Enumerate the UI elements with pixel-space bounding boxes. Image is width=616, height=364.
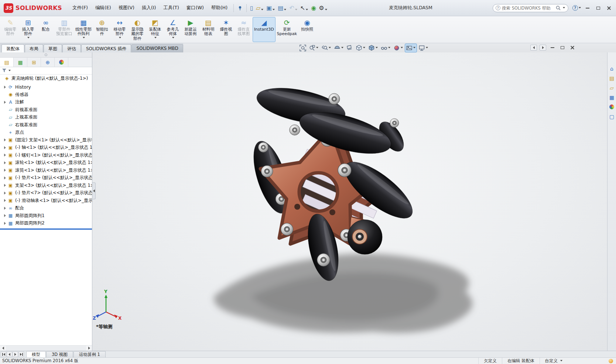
file-explorer-icon[interactable]: ▱ [608,84,616,91]
hide-show-items-button[interactable] [380,44,392,52]
propertymanager-tab[interactable]: ▦ [14,58,27,67]
search-scope-caret-icon[interactable] [563,7,565,8]
menu-item[interactable]: 视图(V) [115,3,138,13]
status-customize-menu[interactable]: 自定义 [540,358,568,364]
tree-item[interactable]: ▱ 前视基准面 [0,106,92,114]
apply-scene-button[interactable] [405,44,417,52]
search-input[interactable] [502,6,554,11]
command-tab[interactable]: SOLIDWORKS MBD [131,44,183,52]
close-button[interactable] [604,4,614,12]
document-tab[interactable]: 模型 [26,351,46,357]
tree-item[interactable]: ▣ 滚轮<1> (默认<<默认>_显示状态 1>) [0,159,92,167]
expand-arrow-icon[interactable] [4,184,6,187]
configurationmanager-tab[interactable]: ⊞ [27,58,41,67]
menu-item[interactable]: 工具(T) [160,3,182,13]
linear-component-pattern-button[interactable]: ▦ 线性零部 件阵列 [74,17,93,42]
expand-arrow-icon[interactable] [4,146,6,149]
dimxpertmanager-tab[interactable]: ⊕ [41,58,55,67]
panel-horizontal-scrollbar[interactable] [0,345,92,351]
menu-item[interactable]: 窗口(W) [183,3,208,13]
expand-arrow-icon[interactable] [4,207,6,210]
view-palette-icon[interactable]: ▦ [608,94,616,101]
maximize-button[interactable] [593,4,603,12]
insert-component-button[interactable]: ⊞ 插入零 部件 [19,17,37,42]
tree-item[interactable]: ▦ 局部圆周阵列1 [0,212,92,220]
doc-minimize-button[interactable] [549,45,556,51]
prev-tab-button[interactable] [7,351,12,357]
scroll-right-button[interactable] [86,346,92,351]
reference-geometry-button[interactable]: ∠ 参考几 何体 [164,17,182,42]
search-icon[interactable] [556,6,561,10]
panel-collapse-handle[interactable] [92,182,96,199]
minimize-button[interactable] [583,4,592,12]
displaymanager-tab[interactable]: ● [55,58,68,67]
tree-item[interactable]: A 注解 [0,99,92,106]
menu-item[interactable]: 编辑(E) [92,3,115,13]
view-settings-button[interactable] [417,44,430,52]
tree-item[interactable]: ▦ 局部圆周阵列2 [0,220,92,227]
menu-item[interactable]: 帮助(H) [208,3,231,13]
panel-splitter[interactable] [0,52,92,58]
view-orientation-button[interactable] [355,44,367,52]
scrollbar-track[interactable] [6,346,86,351]
command-tab[interactable]: SOLIDWORKS 插件 [81,44,131,52]
appearances-icon[interactable]: ● [608,103,616,110]
previous-pane-button[interactable] [530,45,537,51]
command-tab[interactable]: 评估 [62,44,81,52]
help-button[interactable]: ? [572,4,582,12]
tree-item[interactable]: ∞ 配合 [0,205,92,212]
update-speedpak-button[interactable]: ⟳ 更新 Speedpak [276,17,298,42]
bill-of-materials-button[interactable]: ▤ 材料明 细表 [199,17,217,42]
pin-toolbar-button[interactable] [236,5,244,11]
rebuild-button[interactable]: ◉ [310,4,317,12]
expand-arrow-icon[interactable] [4,192,6,195]
previous-view-button[interactable] [320,44,332,52]
document-tab[interactable]: 运动算例 1 [73,351,106,357]
tree-filter-bar[interactable] [0,67,92,75]
section-view-button[interactable] [333,44,345,52]
menu-item[interactable]: 文件(F) [69,3,92,13]
tree-item[interactable]: ▣ 支架<3> (默认<<默认>_显示状态 1>) [0,182,92,189]
expand-arrow-icon[interactable] [4,101,6,104]
tree-item[interactable]: ▣ (-) 垫片<1> (默认<<默认>_显示状态 1>) [0,174,92,182]
next-tab-button[interactable] [13,351,18,357]
tree-item[interactable]: ◉ 传感器 [0,91,92,99]
explode-line-sketch-button[interactable]: ≈ 爆炸直 线草图 [235,17,253,42]
take-snapshot-button[interactable]: ◉ 拍快照 [298,17,316,42]
edit-appearance-button[interactable] [392,44,404,52]
tree-item[interactable]: ▱ 上视基准面 [0,114,92,121]
expand-arrow-icon[interactable] [4,199,6,202]
tree-item[interactable]: ▣ 滚筒<1> (默认<<默认>_显示状态 1>) [0,166,92,174]
expand-arrow-icon[interactable] [4,169,6,172]
tree-item[interactable]: ▣ (-) 垫片<7> (默认<<默认>_显示状态 1>) [0,189,92,197]
move-component-button[interactable]: ↔ 移动零 部件 [111,17,129,42]
expand-arrow-icon[interactable] [4,222,6,225]
command-tab[interactable]: 草图 [44,44,62,52]
tree-item[interactable]: ▣ (-) 轴<1> (默认<<默认>_显示状态 1>) [0,144,92,152]
design-library-icon[interactable]: ▤ [608,75,616,82]
save-button[interactable]: ▣ [265,4,276,12]
assembly-features-button[interactable]: ◩ 装配体 特征 [146,17,164,42]
new-document-button[interactable]: ▯ [249,4,254,12]
doc-restore-button[interactable] [559,45,566,51]
options-button[interactable]: ⚙ [318,4,328,12]
mecanum-wheel-model[interactable]: Y X Z [92,52,607,351]
edit-component-button[interactable]: ✎ 编辑零 部件 [1,17,19,42]
last-tab-button[interactable] [18,351,24,357]
smart-fasteners-button[interactable]: ⊕ 智能扣 件 [93,17,111,42]
mate-button[interactable]: ∞ 配合 [37,17,55,42]
document-tab[interactable]: 3D 视图 [46,351,73,357]
zoom-to-fit-button[interactable] [298,44,307,52]
expand-arrow-icon[interactable] [4,176,6,179]
tree-item[interactable]: ⌖ 原点 [0,129,92,137]
display-style-button[interactable] [367,44,379,52]
zoom-to-area-button[interactable] [308,44,320,52]
scroll-left-button[interactable] [0,346,6,351]
show-hidden-components-button[interactable]: ◐ 显示隐 藏的零 部件 [129,17,146,42]
custom-properties-icon[interactable]: ▢ [608,113,616,120]
help-search-box[interactable]: ? [493,4,568,12]
expand-arrow-icon[interactable] [4,214,6,217]
home-icon[interactable]: ⌂ [608,65,616,72]
select-button[interactable]: ↖ [299,4,309,12]
expand-arrow-icon[interactable] [4,154,6,157]
